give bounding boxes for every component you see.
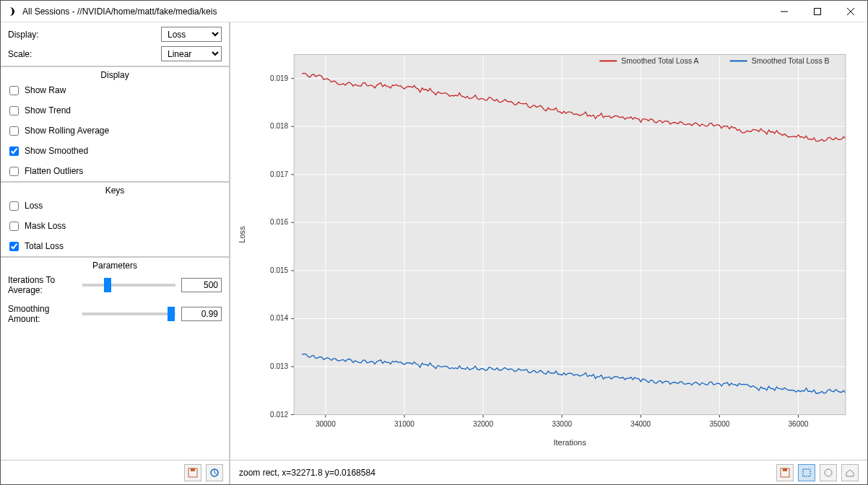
svg-text:30000: 30000 xyxy=(316,420,336,428)
keys-option-checkbox[interactable] xyxy=(9,201,19,211)
chart-footer: zoom rect, x=32271.8 y=0.0168584 xyxy=(230,460,867,484)
scale-label: Scale: xyxy=(8,49,44,59)
keys-option-label: Total Loss xyxy=(25,241,64,251)
titlebar: All Sessions - //NVIDIA/home/matt/fake/m… xyxy=(1,1,867,22)
display-option-label: Flatten Outliers xyxy=(25,166,83,176)
keys-option-checkbox[interactable] xyxy=(9,242,19,251)
svg-text:0.018: 0.018 xyxy=(270,122,288,130)
svg-point-63 xyxy=(825,469,832,476)
display-select[interactable]: Loss xyxy=(161,27,222,42)
close-button[interactable] xyxy=(834,1,867,22)
keys-section-title: Keys xyxy=(1,181,229,196)
keys-option-row: Loss xyxy=(1,196,229,216)
svg-text:0.017: 0.017 xyxy=(270,170,288,178)
svg-text:0.014: 0.014 xyxy=(270,314,288,322)
svg-text:34000: 34000 xyxy=(630,420,651,428)
svg-rect-5 xyxy=(191,468,195,471)
display-section-title: Display xyxy=(1,66,229,80)
keys-option-label: Mask Loss xyxy=(25,221,66,231)
keys-option-row: Total Loss xyxy=(1,236,229,256)
svg-text:35000: 35000 xyxy=(709,420,729,428)
svg-text:0.019: 0.019 xyxy=(270,74,288,82)
scale-select[interactable]: Linear xyxy=(161,46,222,61)
save-icon[interactable] xyxy=(184,464,201,481)
display-option-checkbox[interactable] xyxy=(9,167,19,176)
minimize-button[interactable] xyxy=(768,1,801,22)
svg-text:0.015: 0.015 xyxy=(270,266,288,274)
smoothing-input[interactable] xyxy=(181,307,222,321)
display-option-label: Show Trend xyxy=(25,105,71,115)
display-option-checkbox[interactable] xyxy=(9,126,19,136)
svg-text:0.013: 0.013 xyxy=(270,362,288,370)
iterations-slider[interactable] xyxy=(82,284,175,287)
svg-text:33000: 33000 xyxy=(552,420,572,428)
sidebar-footer xyxy=(1,460,229,484)
loss-chart[interactable]: 300003100032000330003400035000360000.012… xyxy=(230,22,867,460)
window-title: All Sessions - //NVIDIA/home/matt/fake/m… xyxy=(22,6,768,17)
display-option-label: Show Rolling Average xyxy=(25,126,109,136)
display-option-checkbox[interactable] xyxy=(9,147,19,156)
svg-rect-1 xyxy=(815,8,821,14)
sidebar: Display: Loss Scale: Linear Display Show… xyxy=(1,22,230,484)
maximize-button[interactable] xyxy=(801,1,834,22)
refresh-icon[interactable] xyxy=(206,464,223,481)
display-label: Display: xyxy=(8,30,44,40)
svg-text:Iterations: Iterations xyxy=(553,438,586,447)
toolbar-save-icon[interactable] xyxy=(776,464,794,481)
toolbar-home-icon[interactable] xyxy=(841,464,859,481)
display-option-label: Show Raw xyxy=(25,85,66,95)
svg-text:0.016: 0.016 xyxy=(270,218,288,226)
display-option-row: Flatten Outliers xyxy=(1,161,229,181)
svg-rect-7 xyxy=(294,54,846,414)
iterations-input[interactable] xyxy=(181,278,222,292)
toolbar-zoom-icon[interactable] xyxy=(798,464,815,481)
display-option-row: Show Raw xyxy=(1,80,229,100)
svg-text:Smoothed Total Loss B: Smoothed Total Loss B xyxy=(752,56,830,65)
keys-option-checkbox[interactable] xyxy=(9,222,19,231)
chart-area: 300003100032000330003400035000360000.012… xyxy=(230,22,867,484)
display-option-row: Show Rolling Average xyxy=(1,121,229,141)
toolbar-pan-icon[interactable] xyxy=(820,464,837,481)
svg-text:Loss: Loss xyxy=(238,226,246,243)
display-option-row: Show Smoothed xyxy=(1,141,229,161)
smoothing-label: Smoothing Amount: xyxy=(8,304,77,324)
display-option-label: Show Smoothed xyxy=(25,146,88,156)
display-option-row: Show Trend xyxy=(1,100,229,121)
status-text: zoom rect, x=32271.8 y=0.0168584 xyxy=(239,468,772,478)
display-option-checkbox[interactable] xyxy=(9,106,19,115)
svg-text:Smoothed Total Loss A: Smoothed Total Loss A xyxy=(621,56,698,65)
svg-rect-61 xyxy=(783,468,787,471)
svg-text:32000: 32000 xyxy=(473,420,493,428)
svg-text:36000: 36000 xyxy=(789,420,809,428)
iterations-label: Iterations To Average: xyxy=(8,275,77,295)
app-icon xyxy=(6,6,18,17)
smoothing-slider[interactable] xyxy=(82,313,175,315)
keys-option-label: Loss xyxy=(25,201,43,211)
svg-text:0.012: 0.012 xyxy=(270,411,288,419)
parameters-section-title: Parameters xyxy=(1,256,229,271)
keys-option-row: Mask Loss xyxy=(1,216,229,236)
svg-rect-62 xyxy=(803,469,810,476)
display-option-checkbox[interactable] xyxy=(9,86,19,95)
svg-text:31000: 31000 xyxy=(394,420,415,428)
